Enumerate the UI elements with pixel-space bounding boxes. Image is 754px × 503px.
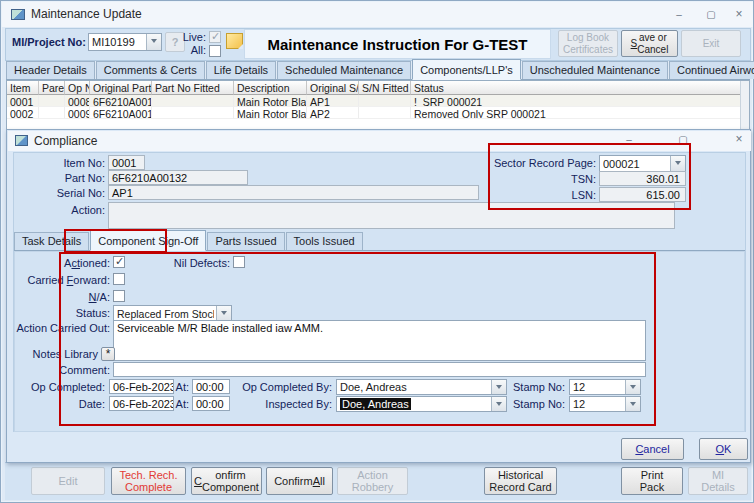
main-tab-strip: Header Details Comments & Certs Life Det… [6, 61, 750, 80]
all-label: All: [176, 44, 206, 56]
insp-stamp-no-label: Stamp No: [507, 398, 565, 410]
lsn-label: LSN: [477, 189, 596, 201]
table-row[interactable]: 0002 0009 6F6210A00132 Main Rotor Blade … [7, 107, 742, 119]
action-robbery-button[interactable]: Action Robbery [337, 467, 408, 495]
maximize-icon[interactable]: ▢ [702, 8, 720, 22]
tab-continued-airworthiness[interactable]: Continued Airworthiness Requirements [669, 61, 754, 79]
op-completed-time-field[interactable]: 00:00 [192, 379, 230, 394]
nil-defects-checkbox[interactable] [233, 256, 245, 268]
chevron-down-icon[interactable] [491, 380, 506, 394]
notes-library-label: Notes Library [27, 348, 98, 360]
log-book-certificates-button[interactable]: Log Book Certificates [558, 30, 618, 57]
historical-record-card-button[interactable]: Historical Record Card [484, 467, 557, 495]
op-completed-date-field[interactable]: 06-Feb-2023 [109, 379, 174, 394]
cell-parent [39, 95, 65, 107]
actioned-checkbox[interactable] [113, 256, 125, 268]
chevron-down-icon[interactable] [216, 306, 231, 321]
confirm-component-button[interactable]: Confirm Component [191, 467, 262, 495]
exit-button[interactable]: Exit [681, 30, 741, 57]
cell-op-no: 0009 [65, 107, 90, 119]
compliance-icon [15, 135, 28, 146]
minimize-icon[interactable]: – [670, 8, 688, 22]
live-label: Live: [176, 31, 206, 43]
project-no-combo[interactable]: MI10199 [88, 33, 162, 51]
maximize-icon[interactable]: ▢ [674, 133, 692, 147]
grid-header-row: Item Parent Op No Original Part No Part … [7, 81, 742, 95]
inspected-by-combo[interactable]: Doe, Andreas [336, 396, 507, 412]
tab-components-llps[interactable]: Components/LLP's [412, 59, 521, 80]
column-header[interactable]: S/N Fitted [359, 81, 411, 95]
sector-record-page-combo[interactable]: 000021 [599, 155, 686, 172]
time-field[interactable]: 00:00 [192, 396, 230, 411]
column-header[interactable]: Original S/N [307, 81, 359, 95]
op-stamp-no-combo[interactable]: 12 [569, 379, 641, 395]
cell-original-sn: AP1 [307, 95, 359, 107]
tab-scheduled-maintenance[interactable]: Scheduled Maintenance [277, 61, 411, 79]
action-field [108, 202, 675, 229]
notes-icon[interactable] [226, 33, 243, 49]
sector-record-page-value: 000021 [603, 158, 668, 170]
close-icon[interactable]: × [730, 8, 748, 22]
action-carried-out-textarea[interactable]: Serviceable M/R Blade installed iaw AMM. [113, 320, 646, 361]
carried-forward-checkbox[interactable] [113, 273, 125, 285]
minimize-icon[interactable]: – [620, 133, 638, 147]
close-icon[interactable]: × [730, 133, 748, 147]
cell-op-no: 0008 [65, 95, 90, 107]
part-no-field: 6F6210A00132 [108, 170, 248, 185]
carried-forward-label: Carried Forward: [15, 274, 110, 286]
na-checkbox[interactable] [113, 290, 125, 302]
chevron-down-icon[interactable] [625, 397, 640, 411]
print-pack-button[interactable]: Print Pack [621, 467, 683, 495]
action-label: Action: [27, 204, 105, 216]
op-completed-label: Op Completed: [15, 381, 105, 393]
window-titlebar: Maintenance Update – ▢ × [2, 2, 753, 27]
tab-life-details[interactable]: Life Details [206, 61, 276, 79]
cancel-button[interactable]: Cancel [621, 438, 684, 460]
column-header[interactable]: Part No Fitted [152, 81, 234, 95]
column-header[interactable]: Op No [65, 81, 90, 95]
cell-item: 0002 [7, 107, 39, 119]
serial-no-label: Serial No: [27, 187, 105, 199]
cell-description: Main Rotor Blade Assy [234, 107, 307, 119]
live-checkbox[interactable] [209, 31, 221, 43]
column-header[interactable]: Parent [39, 81, 65, 95]
tab-tools-issued[interactable]: Tools Issued [286, 232, 363, 250]
table-row[interactable]: 0001 0008 6F6210A00132 Main Rotor Blade … [7, 95, 742, 107]
sector-record-page-label: Sector Record Page: [477, 157, 596, 169]
tab-unscheduled-maintenance[interactable]: Unscheduled Maintenance [522, 61, 668, 79]
chevron-down-icon[interactable] [670, 156, 685, 171]
column-header[interactable]: Description [234, 81, 307, 95]
notes-library-button[interactable]: * [101, 347, 115, 361]
compliance-titlebar: Compliance – ▢ × [8, 131, 751, 151]
date-field[interactable]: 06-Feb-2023 [109, 396, 174, 411]
tab-task-details[interactable]: Task Details [14, 232, 89, 250]
all-checkbox[interactable] [209, 45, 221, 57]
edit-button[interactable]: Edit [31, 467, 105, 495]
insp-stamp-no-combo[interactable]: 12 [569, 396, 641, 412]
tab-parts-issued[interactable]: Parts Issued [207, 232, 284, 250]
column-header[interactable]: Original Part No [90, 81, 152, 95]
tab-comments-certs[interactable]: Comments & Certs [96, 61, 205, 79]
tech-rech-complete-button[interactable]: Tech. Rech. Complete [111, 467, 186, 495]
tab-header-details[interactable]: Header Details [6, 61, 95, 79]
ok-button[interactable]: OK [699, 438, 748, 460]
column-header[interactable]: Status [411, 81, 742, 95]
save-or-cancel-button[interactable]: Save or Cancel [621, 30, 678, 57]
confirm-all-button[interactable]: Confirm All [266, 467, 333, 495]
tab-component-sign-off[interactable]: Component Sign-Off [90, 230, 206, 251]
chevron-down-icon[interactable] [491, 397, 506, 411]
chevron-down-icon[interactable] [146, 34, 161, 50]
column-header[interactable]: Item [7, 81, 39, 95]
comment-field[interactable] [113, 362, 646, 377]
op-completed-by-value: Doe, Andreas [340, 381, 489, 393]
op-completed-by-combo[interactable]: Doe, Andreas [336, 379, 507, 395]
mi-details-button[interactable]: MI Details [688, 467, 748, 495]
comment-label: Comment: [27, 364, 110, 376]
compliance-tab-strip: Task Details Component Sign-Off Parts Is… [14, 231, 745, 251]
inspected-by-label: Inspected By: [237, 398, 332, 410]
grid-scrollbar[interactable] [740, 81, 749, 133]
inspected-by-value: Doe, Andreas [340, 398, 411, 410]
cell-original-part-no: 6F6210A00132 [90, 95, 152, 107]
op-completed-by-label: Op Completed By: [237, 381, 332, 393]
chevron-down-icon[interactable] [625, 380, 640, 394]
